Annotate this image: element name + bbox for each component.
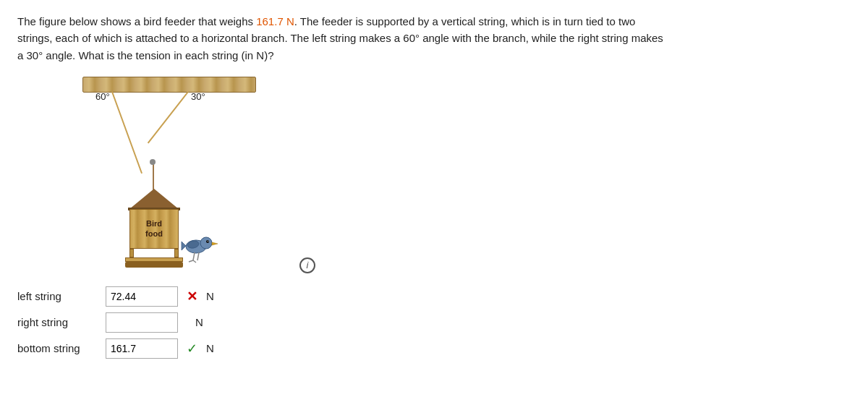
bottom-string-row: bottom string ✓ N (17, 338, 851, 359)
feeder-label: Bird food (145, 218, 163, 239)
feeder-base (125, 262, 183, 268)
info-icon[interactable]: i (299, 257, 315, 273)
right-string-input[interactable] (106, 312, 178, 333)
string-right-line (148, 91, 189, 143)
svg-marker-2 (212, 242, 218, 245)
problem-text-before: The figure below shows a bird feeder tha… (17, 15, 256, 27)
svg-point-3 (206, 240, 209, 243)
svg-marker-6 (182, 242, 186, 250)
svg-point-1 (200, 237, 212, 249)
svg-line-10 (193, 260, 196, 263)
feeder-platform (125, 257, 183, 262)
left-string-row: left string ✕ N (17, 286, 851, 307)
string-vertical-line (153, 161, 154, 191)
angle-right-label: 30° (191, 91, 205, 102)
svg-point-4 (208, 241, 208, 242)
feeder-body: Bird food (129, 209, 179, 249)
feeder-pillars (129, 249, 179, 257)
bottom-string-input[interactable] (106, 338, 178, 359)
svg-line-8 (197, 252, 199, 260)
pillar-left (129, 249, 134, 257)
svg-line-9 (189, 260, 193, 262)
branch (82, 77, 256, 93)
left-string-input[interactable] (106, 286, 178, 307)
angle-left-label: 60° (95, 91, 110, 102)
weight-highlight: 161.7 N (256, 15, 294, 27)
left-string-unit: N (206, 290, 214, 302)
string-left-line (111, 91, 142, 173)
bird-svg (180, 229, 220, 265)
junction-point (150, 159, 156, 165)
right-string-row: right string N (17, 312, 851, 333)
pillar-right (174, 249, 179, 257)
right-string-label: right string (17, 316, 97, 328)
diagram: 60° 30° Bird food (75, 77, 263, 279)
svg-line-7 (193, 252, 195, 260)
right-string-unit: N (195, 316, 203, 328)
left-string-label: left string (17, 290, 97, 302)
problem-statement: The figure below shows a bird feeder tha… (17, 13, 668, 64)
feeder-roof (129, 189, 179, 209)
bottom-string-unit: N (206, 342, 214, 354)
feeder-house: Bird food (129, 189, 179, 268)
bottom-string-status: ✓ (187, 341, 197, 357)
left-string-status: ✕ (187, 289, 197, 304)
bottom-string-label: bottom string (17, 342, 97, 354)
answers-section: left string ✕ N right string N bottom st… (17, 286, 851, 359)
bird-figure (180, 229, 220, 267)
